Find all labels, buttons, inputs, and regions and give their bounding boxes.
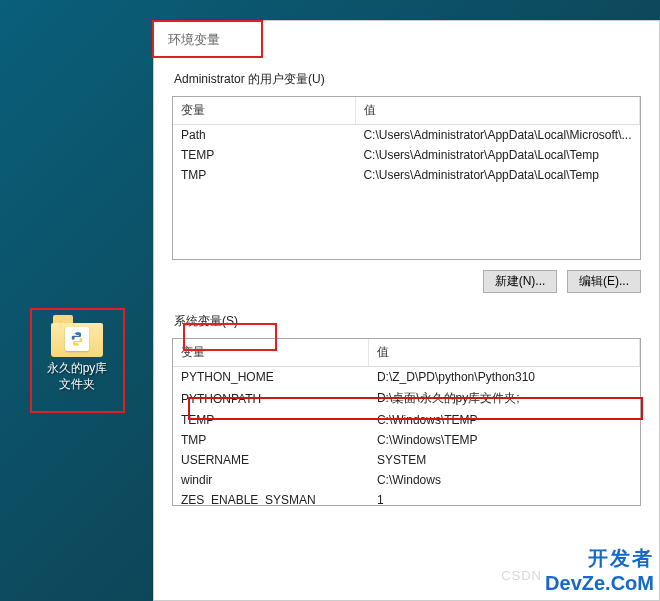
table-row[interactable]: PathC:\Users\Administrator\AppData\Local… (173, 125, 640, 146)
desktop-folder-label: 永久的py库文件夹 (38, 361, 116, 392)
var-name: TEMP (173, 410, 369, 430)
var-name: PYTHONPATH (173, 387, 369, 410)
col-variable[interactable]: 变量 (173, 339, 369, 367)
dialog-title: 环境变量 (154, 21, 659, 61)
var-value: C:\Users\Administrator\AppData\Local\Tem… (355, 145, 639, 165)
table-row[interactable]: windirC:\Windows (173, 470, 640, 490)
col-variable[interactable]: 变量 (173, 97, 355, 125)
var-value: D:\Z_D\PD\python\Python310 (369, 367, 640, 388)
var-value: C:\Users\Administrator\AppData\Local\Tem… (355, 165, 639, 185)
env-var-dialog: 环境变量 Administrator 的用户变量(U) 变量 值 PathC:\… (153, 20, 660, 601)
var-name: PYTHON_HOME (173, 367, 369, 388)
table-row[interactable]: TMPC:\Users\Administrator\AppData\Local\… (173, 165, 640, 185)
var-value: C:\Users\Administrator\AppData\Local\Mic… (355, 125, 639, 146)
sys-vars-label: 系统变量(S) (172, 309, 240, 334)
var-name: windir (173, 470, 369, 490)
var-value: C:\Windows\TEMP (369, 430, 640, 450)
col-value[interactable]: 值 (369, 339, 640, 367)
var-value: 1 (369, 490, 640, 506)
var-value: C:\Windows\TEMP (369, 410, 640, 430)
table-row[interactable]: ZES_ENABLE_SYSMAN1 (173, 490, 640, 506)
col-value[interactable]: 值 (355, 97, 639, 125)
user-buttons-row: 新建(N)... 编辑(E)... (172, 260, 641, 309)
user-vars-table[interactable]: 变量 值 PathC:\Users\Administrator\AppData\… (172, 96, 641, 260)
user-edit-button[interactable]: 编辑(E)... (567, 270, 641, 293)
desktop-folder[interactable]: 永久的py库文件夹 (38, 315, 116, 392)
table-row[interactable]: PYTHON_HOMED:\Z_D\PD\python\Python310 (173, 367, 640, 388)
var-name: TMP (173, 430, 369, 450)
var-name: TMP (173, 165, 355, 185)
folder-icon (51, 315, 103, 357)
var-value: D:\桌面\永久的py库文件夹; (369, 387, 640, 410)
table-row[interactable]: USERNAMESYSTEM (173, 450, 640, 470)
var-name: Path (173, 125, 355, 146)
var-name: USERNAME (173, 450, 369, 470)
table-row[interactable]: TMPC:\Windows\TEMP (173, 430, 640, 450)
table-row[interactable]: TEMPC:\Windows\TEMP (173, 410, 640, 430)
user-vars-label: Administrator 的用户变量(U) (172, 67, 327, 92)
table-row[interactable]: PYTHONPATHD:\桌面\永久的py库文件夹; (173, 387, 640, 410)
user-new-button[interactable]: 新建(N)... (483, 270, 557, 293)
var-name: ZES_ENABLE_SYSMAN (173, 490, 369, 506)
var-value: C:\Windows (369, 470, 640, 490)
var-value: SYSTEM (369, 450, 640, 470)
sys-vars-table[interactable]: 变量 值 PYTHON_HOMED:\Z_D\PD\python\Python3… (172, 338, 641, 506)
var-name: TEMP (173, 145, 355, 165)
table-row[interactable]: TEMPC:\Users\Administrator\AppData\Local… (173, 145, 640, 165)
